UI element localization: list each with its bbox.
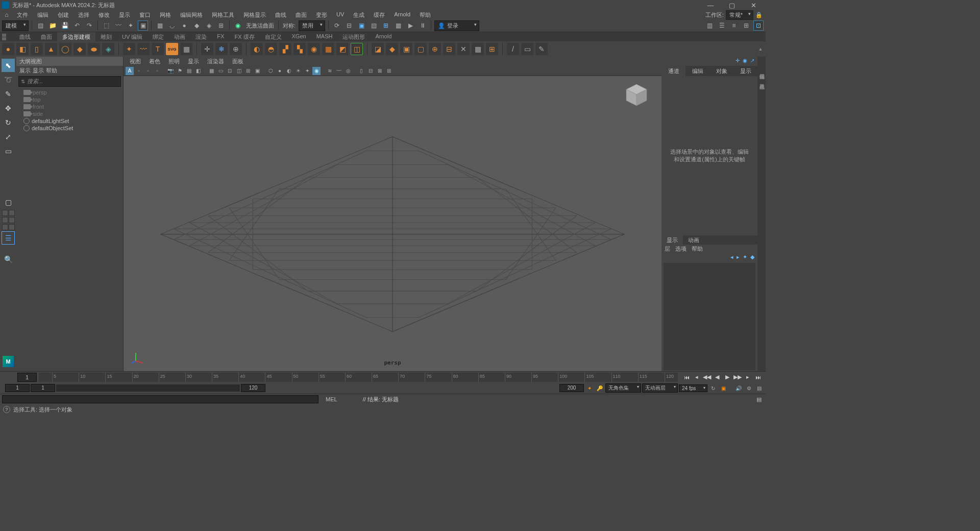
go-to-end-button[interactable]: ⏭ [753, 373, 763, 382]
offset-edge-icon[interactable]: ▭ [521, 43, 533, 55]
autokey-icon[interactable]: ✦ [585, 383, 594, 393]
outliner-item-persp[interactable]: persp [16, 89, 123, 96]
outliner-item-top[interactable]: top [16, 96, 123, 103]
scale-tool-button[interactable]: ⤢ [2, 130, 15, 143]
menu-显示[interactable]: 显示 [114, 11, 135, 19]
live-surface-icon[interactable]: ◉ [233, 20, 243, 31]
layer-move-down-icon[interactable]: ▸ [737, 254, 740, 261]
shelf-tab-1[interactable]: 曲面 [36, 32, 57, 42]
menu-修改[interactable]: 修改 [94, 11, 114, 19]
vp-cam-icon[interactable]: 📷 [166, 67, 175, 75]
current-frame-field[interactable]: 1 [17, 373, 37, 382]
lasso-select-icon[interactable]: 〰 [113, 20, 124, 31]
autokey-toggle-icon[interactable]: ▣ [719, 383, 728, 393]
subdiv-icon[interactable]: ◉ [308, 43, 320, 55]
vp-gate-mask-icon[interactable]: ◫ [235, 67, 243, 75]
content-browser-icon[interactable]: ▦ [180, 43, 192, 55]
channel-icon-1[interactable]: ✛ [736, 58, 740, 65]
anim-layer-dropdown[interactable]: 无动画层 [642, 383, 678, 393]
multicut-icon[interactable]: ✕ [457, 43, 470, 55]
channel-icon-3[interactable]: ↗ [750, 58, 754, 65]
platonic-icon[interactable]: ◈ [102, 43, 114, 55]
vp-film-gate-icon[interactable]: ▭ [216, 67, 225, 75]
layout-small-4[interactable] [9, 217, 15, 223]
sel-mask-icon[interactable]: ▣ [138, 20, 148, 31]
step-back-key-button[interactable]: ◂ [692, 373, 701, 382]
script-editor-icon[interactable]: ▤ [754, 383, 764, 393]
outliner-item-defaultObjectSet[interactable]: defaultObjectSet [16, 125, 123, 132]
vp-menu-视图[interactable]: 视图 [126, 58, 145, 65]
history-icon[interactable]: ⟳ [332, 20, 342, 31]
shelf-tab-5[interactable]: 绑定 [148, 32, 169, 42]
move-tool-button[interactable]: ✥ [2, 102, 15, 115]
outliner-item-front[interactable]: front [16, 103, 123, 110]
lasso-tool-button[interactable]: ➰ [2, 73, 15, 86]
range-track[interactable] [56, 384, 240, 392]
poly-torus-icon[interactable]: ◯ [59, 43, 71, 55]
audio-icon[interactable]: 🔊 [734, 383, 743, 393]
vp-aa-icon[interactable]: ≋ [326, 67, 334, 75]
extrude-icon[interactable]: ◪ [372, 43, 384, 55]
poly-cylinder-icon[interactable]: ▯ [31, 43, 43, 55]
render-view-icon[interactable]: ▦ [393, 20, 403, 31]
vp-2d-icon[interactable]: ◧ [194, 67, 202, 75]
vp-xray-joint-icon[interactable]: ⊠ [376, 67, 384, 75]
menu-曲面[interactable]: 曲面 [291, 11, 311, 19]
modeling-toolkit-toggle-icon[interactable]: ⊡ [753, 20, 764, 31]
vp-shadows-icon[interactable]: ✦ [303, 67, 311, 75]
poly-sphere-icon[interactable]: ● [2, 43, 14, 55]
shelf-tab-12[interactable]: MASH [311, 32, 338, 42]
fill-hole-icon[interactable]: ▢ [414, 43, 427, 55]
lock-icon[interactable]: 🔒 [755, 12, 763, 18]
snap-live-icon[interactable]: ◈ [204, 20, 214, 31]
mirror-icon[interactable]: ▞ [279, 43, 291, 55]
menu-编辑网格[interactable]: 编辑网格 [176, 11, 207, 19]
retopo-icon[interactable]: ▦ [322, 43, 334, 55]
layout-small-5[interactable] [2, 224, 8, 230]
minimize-button[interactable]: — [704, 2, 717, 9]
layer-menu-选项[interactable]: 选项 [675, 245, 687, 252]
poly-disc-icon[interactable]: ⬬ [88, 43, 100, 55]
play-back-button[interactable]: ◀ [713, 373, 722, 382]
snap-curve-icon[interactable]: ◡ [167, 20, 177, 31]
menu-选择[interactable]: 选择 [74, 11, 94, 19]
shelf-tab-13[interactable]: 运动图形 [337, 32, 370, 42]
side-tab-toolkit[interactable]: 建模工具包 [757, 77, 766, 83]
layer-new-icon[interactable]: ✦ [743, 254, 747, 261]
poly-cube-icon[interactable]: ◧ [16, 43, 29, 55]
character-set-dropdown[interactable]: 无角色集 [605, 383, 641, 393]
render-icon[interactable]: ▣ [356, 20, 366, 31]
smooth-icon[interactable]: ▚ [293, 43, 306, 55]
vp-expose-icon[interactable]: ⊞ [385, 67, 393, 75]
vp-wireframe-icon[interactable]: ⬡ [266, 67, 275, 75]
channel-tab-对象[interactable]: 对象 [709, 66, 733, 76]
range-start-outer-field[interactable]: 1 [5, 384, 30, 392]
channel-tab-显示[interactable]: 显示 [733, 66, 757, 76]
menu-窗口[interactable]: 窗口 [135, 11, 155, 19]
rotate-tool-button[interactable]: ↻ [2, 116, 15, 129]
outliner-menu-展示[interactable]: 展示 [19, 67, 31, 74]
save-scene-icon[interactable]: 💾 [60, 20, 70, 31]
viewport-canvas[interactable]: persp [124, 76, 662, 371]
construction-history-icon[interactable]: ⊟ [344, 20, 354, 31]
vp-grid-icon[interactable]: ▦ [207, 67, 215, 75]
shelf-tab-8[interactable]: FX [212, 32, 229, 42]
bridge-icon[interactable]: ▣ [400, 43, 412, 55]
vp-btn-4[interactable]: ▫ [153, 67, 161, 75]
shelf-tab-14[interactable]: Arnold [370, 32, 397, 42]
vp-ao-icon[interactable]: ◉ [312, 67, 321, 75]
shelf-tab-4[interactable]: UV 编辑 [117, 32, 148, 42]
render-globals-icon[interactable]: ⊞ [381, 20, 391, 31]
step-forward-key-button[interactable]: ▸ [743, 373, 752, 382]
mel-label[interactable]: MEL [321, 396, 342, 402]
collapse-icon[interactable]: ⊟ [443, 43, 455, 55]
layout-small-2[interactable] [9, 210, 15, 216]
pivot-icon[interactable]: ✛ [201, 43, 213, 55]
shelf-tab-10[interactable]: 自定义 [260, 32, 287, 42]
display-tab-动画[interactable]: 动画 [683, 235, 704, 245]
crease-icon[interactable]: ✎ [535, 43, 548, 55]
channel-icon-2[interactable]: ◉ [743, 58, 747, 65]
layout-small-6[interactable] [9, 224, 15, 230]
outliner-menu-帮助[interactable]: 帮助 [46, 67, 57, 74]
layer-new-empty-icon[interactable]: ◆ [750, 254, 754, 261]
